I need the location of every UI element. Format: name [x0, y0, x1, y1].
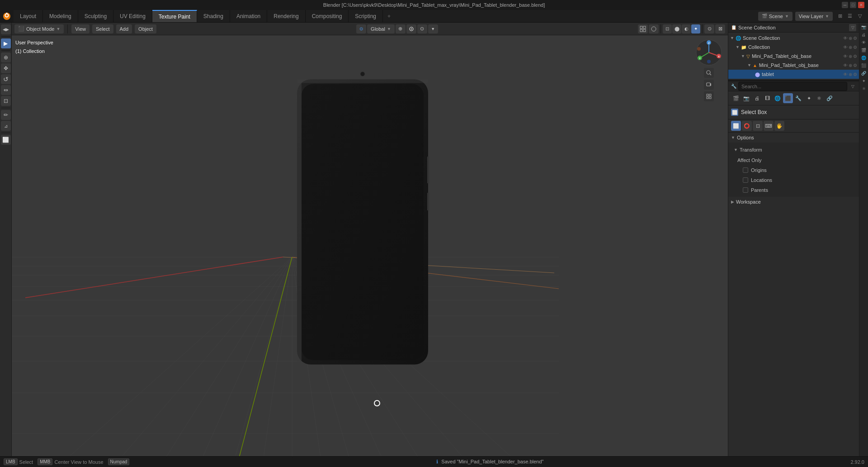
tool-expand-btn[interactable]: ◀▶ [1, 24, 11, 34]
tool-rotate-btn[interactable]: ↺ [1, 74, 11, 84]
prop-nav-view[interactable]: 🎞 [762, 93, 772, 103]
view-layer-selector[interactable]: View Layer ▼ [795, 12, 833, 21]
tool-scale-btn[interactable]: ⇔ [1, 85, 11, 95]
psi-constraint-btn[interactable]: 🔗 [860, 70, 868, 77]
viewport-area: ⬛ Object Mode ▼ View Select Add Object ⊙… [12, 23, 728, 456]
axis-gizmo[interactable]: Z X Y [695, 39, 722, 66]
object-mode-arrow: ▼ [56, 27, 60, 31]
tab-animation[interactable]: Animation [230, 10, 267, 22]
tool-icons-row: 🎬 📷 🖨 🎞 🌐 ⬛ 🔧 ✦ ⚛ 🔗 [728, 91, 859, 105]
maximize-button[interactable]: □ [850, 2, 856, 8]
psi-scene-btn[interactable]: 🎬 [860, 47, 868, 54]
sub-tool-tweak[interactable]: ⌨ [764, 121, 774, 131]
tab-sculpting[interactable]: Sculpting [78, 10, 113, 22]
psi-world-btn[interactable]: 🌐 [860, 54, 868, 62]
add-menu[interactable]: Add [116, 24, 132, 33]
tab-modeling[interactable]: Modeling [43, 10, 78, 22]
rendered-mode-btn[interactable]: ✦ [691, 24, 700, 33]
header-extra-btn-2[interactable]: ☰ [845, 12, 854, 21]
properties-filter-btn[interactable]: ▽ [849, 83, 856, 90]
object-menu[interactable]: Object [135, 24, 156, 33]
xray-btn[interactable]: ⊠ [715, 24, 725, 33]
blender-logo [0, 10, 14, 22]
prop-nav-world[interactable]: 🌐 [773, 93, 783, 103]
add-workspace-button[interactable]: + [383, 10, 395, 22]
sub-tool-circle[interactable]: ⭕ [742, 121, 752, 131]
global-dropdown[interactable]: Global ▼ [367, 24, 395, 33]
proportional-btn[interactable]: ⊙ [417, 24, 427, 33]
nav-zoom-btn[interactable] [704, 68, 714, 78]
psi-render-btn[interactable]: 📷 [860, 24, 868, 31]
prop-nav-modifier[interactable]: 🔧 [793, 93, 803, 103]
tab-scripting[interactable]: Scripting [349, 10, 383, 22]
outliner-item-mini-pad-root[interactable]: ▼ ▽ Mini_Pad_Tablet_obj_base 👁 ⊕ ⚙ [728, 52, 859, 61]
nav-scene-btn[interactable] [704, 91, 714, 101]
sub-tool-box[interactable]: ⬜ [731, 121, 741, 131]
outliner-item-collection[interactable]: ▼ 📁 Collection 👁 ⊕ ⚙ [728, 43, 859, 52]
tab-uv-editing[interactable]: UV Editing [113, 10, 152, 22]
psi-obj-btn[interactable]: ⬛ [860, 62, 868, 69]
options-section-header[interactable]: ▼ Options [728, 133, 859, 143]
header-extra-btn-1[interactable]: ⊞ [835, 12, 844, 21]
view-3d-icon[interactable] [638, 24, 648, 33]
psi-physics-btn[interactable]: ⚛ [860, 85, 868, 92]
vh-sep-2 [660, 24, 661, 33]
minimize-button[interactable]: ─ [842, 2, 848, 8]
properties-search-input[interactable] [738, 82, 847, 91]
psi-output-btn[interactable]: 🖨 [860, 31, 868, 38]
outliner-filter-btn[interactable]: ▽ [849, 24, 856, 31]
wireframe-mode-btn[interactable]: ⊡ [663, 24, 672, 33]
tab-shading[interactable]: Shading [197, 10, 230, 22]
scene-selector[interactable]: 🎬 Scene ▼ [758, 12, 793, 21]
prop-nav-particles[interactable]: ✦ [804, 93, 814, 103]
svg-rect-65 [707, 97, 708, 99]
material-mode-btn[interactable]: ◐ [682, 24, 691, 33]
sub-tool-lasso[interactable]: ⊡ [753, 121, 763, 131]
psi-view-btn[interactable]: 👁 [860, 39, 868, 46]
tab-compositing[interactable]: Compositing [306, 10, 349, 22]
tab-texture-paint[interactable]: Texture Paint [152, 10, 197, 22]
tab-rendering[interactable]: Rendering [267, 10, 305, 22]
parents-checkbox[interactable] [743, 187, 748, 193]
prop-nav-render[interactable]: 📷 [741, 93, 751, 103]
outliner-item-tablet[interactable]: ⬤ tablet 👁 ⊕ ⚙ [728, 70, 859, 79]
origins-checkbox[interactable] [743, 167, 748, 173]
solid-mode-btn[interactable]: ⬤ [672, 24, 681, 33]
prop-nav-scene[interactable]: 🎬 [731, 93, 741, 103]
sub-tool-extra[interactable]: 🖐 [774, 121, 784, 131]
transform-subsection-header[interactable]: ▼ Transform [734, 145, 856, 154]
nav-camera-btn[interactable] [704, 80, 714, 90]
snap-btn[interactable] [406, 24, 416, 33]
global-transform-btn[interactable]: ⊙ [356, 24, 366, 33]
object-mode-dropdown[interactable]: ⬛ Object Mode ▼ [14, 24, 64, 33]
workspace-section-header[interactable]: ▶ Workspace [728, 197, 859, 207]
prop-nav-constraints[interactable]: 🔗 [825, 93, 835, 103]
proportional-options-btn[interactable]: ▼ [428, 24, 438, 33]
header-filter-btn[interactable]: ▽ [855, 12, 864, 21]
locations-checkbox[interactable] [743, 177, 748, 183]
close-button[interactable]: ✕ [858, 2, 864, 8]
tool-measure-btn[interactable]: ⊿ [1, 121, 11, 131]
viewport-canvas[interactable]: User Perspective (1) Collection Z [12, 35, 728, 456]
pivot-btn[interactable]: ⊕ [396, 24, 406, 33]
tool-add-cube-btn[interactable]: ⬜ [1, 135, 11, 145]
outliner-item-mini-pad-mesh[interactable]: ▼ ▲ Mini_Pad_Tablet_obj_base 👁 ⊕ ⚙ [728, 61, 859, 70]
tool-move-btn[interactable]: ✥ [1, 63, 11, 73]
prop-nav-physics[interactable]: ⚛ [814, 93, 824, 103]
svg-point-46 [360, 71, 365, 76]
tool-select-btn[interactable]: ▶ [1, 38, 11, 48]
render-preview-btn[interactable] [649, 24, 659, 33]
tool-cursor-btn[interactable]: ⊕ [1, 52, 11, 62]
tool-transform-btn[interactable]: ⊡ [1, 96, 11, 106]
view-menu[interactable]: View [71, 24, 90, 33]
tab-layout[interactable]: Layout [14, 10, 43, 22]
prop-nav-output[interactable]: 🖨 [752, 93, 762, 103]
overlay-btn[interactable]: ⊙ [704, 24, 714, 33]
psi-particle-btn[interactable]: ✦ [860, 77, 868, 85]
prop-nav-object[interactable]: ⬛ [783, 93, 793, 103]
arrow-mini-pad-root: ▼ [741, 54, 745, 58]
outliner-item-scene-collection[interactable]: ▼ 🌐 Scene Collection 👁 ⊕ ⚙ [728, 33, 859, 43]
tool-annotate-btn[interactable]: ✏ [1, 110, 11, 120]
vh-sep-3 [702, 24, 703, 33]
select-menu[interactable]: Select [92, 24, 113, 33]
